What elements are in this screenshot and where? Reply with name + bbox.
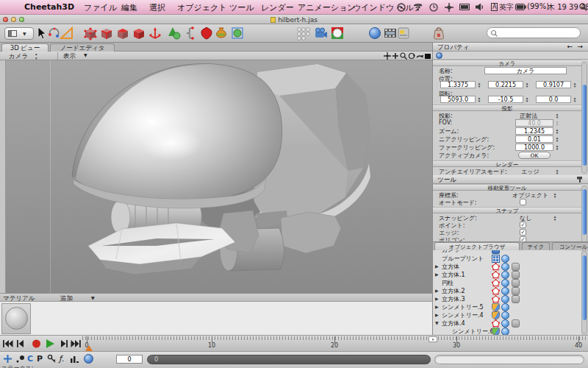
- object-row-symmetry5[interactable]: ▶ シンメトリー.5: [433, 303, 581, 311]
- menu-object[interactable]: オブジェクト: [177, 2, 227, 13]
- scrollbar-thumb[interactable]: [582, 85, 587, 166]
- polygon-mode-icon[interactable]: [115, 26, 130, 40]
- render-settings-icon[interactable]: [383, 26, 398, 40]
- go-start-button[interactable]: [2, 339, 13, 349]
- spline-tool-icon[interactable]: [183, 26, 198, 40]
- menu-animation[interactable]: アニメーション: [298, 2, 356, 13]
- menu-select[interactable]: 選択: [149, 2, 165, 13]
- scrollbar-thumb[interactable]: [582, 255, 587, 320]
- timeline-range-slider[interactable]: 0: [147, 355, 431, 364]
- subdivision-tool-icon[interactable]: [230, 26, 245, 40]
- stepper-icon[interactable]: ▴▾: [572, 96, 578, 102]
- rotation-z-field[interactable]: 0.0: [536, 96, 571, 103]
- camera-stepper-icon[interactable]: ▴▾: [35, 52, 37, 60]
- axis-tool-icon[interactable]: [148, 26, 162, 40]
- window-title-bar[interactable]: hilbert-h.jas: [0, 15, 588, 24]
- camera-object-icon[interactable]: [436, 52, 442, 59]
- spotlight-icon[interactable]: [579, 3, 587, 12]
- timeline-mini-dropdown[interactable]: ▾: [429, 336, 437, 342]
- mode-badge-icon[interactable]: [501, 319, 509, 328]
- position-key-icon[interactable]: P: [37, 354, 43, 364]
- forward-arrow-icon[interactable]: →: [577, 43, 583, 50]
- expand-arrow-icon[interactable]: ▶: [435, 296, 439, 301]
- stepper-icon[interactable]: ▴▾: [554, 169, 560, 174]
- stepper-icon[interactable]: ▴▾: [554, 113, 560, 118]
- timemachine-icon[interactable]: [397, 3, 406, 12]
- timeline-range-track[interactable]: [434, 355, 584, 364]
- near-clipping-field[interactable]: 0.01: [515, 135, 553, 143]
- prev-frame-button[interactable]: [16, 339, 24, 349]
- mode-badge-icon[interactable]: [501, 287, 509, 295]
- stepper-icon[interactable]: ▴▾: [552, 215, 558, 221]
- stepper-icon[interactable]: ▴▾: [554, 128, 560, 134]
- object-row-symmetry4[interactable]: ▶ シンメトリー.4: [433, 311, 581, 319]
- render-preview-icon[interactable]: [330, 26, 345, 40]
- move-key-icon[interactable]: [3, 354, 12, 364]
- boolean-tool-icon[interactable]: [199, 26, 214, 40]
- material-thumbnail[interactable]: [1, 303, 31, 334]
- rotation-y-field[interactable]: -10.5: [488, 96, 523, 103]
- position-y-field[interactable]: 0.2215: [488, 81, 523, 88]
- snap-edge-checkbox[interactable]: ✓: [520, 229, 526, 236]
- browser-scrollbar[interactable]: [581, 251, 587, 334]
- mode-badge-icon[interactable]: [501, 328, 509, 335]
- go-end-button[interactable]: [71, 339, 82, 349]
- object-row-camera-partial[interactable]: カメラ: [433, 250, 581, 254]
- material-tag-icon[interactable]: [512, 287, 520, 295]
- back-arrow-icon[interactable]: ←: [567, 43, 573, 50]
- timeline-ruler[interactable]: 0 10 20 30 40: [82, 335, 588, 351]
- roll-view-icon[interactable]: [416, 52, 423, 60]
- edge-mode-icon[interactable]: [99, 26, 114, 40]
- stepper-icon[interactable]: ▴▾: [476, 96, 482, 102]
- material-add-chevron-icon[interactable]: ▼: [91, 295, 95, 300]
- playhead-marker[interactable]: [85, 345, 93, 351]
- ruler-tool-icon[interactable]: [60, 26, 74, 40]
- mode-badge-icon[interactable]: [501, 263, 509, 271]
- expand-arrow-icon[interactable]: ▶: [435, 312, 439, 317]
- view-layout-button[interactable]: ▼: [4, 27, 34, 40]
- stepper-icon[interactable]: ▴▾: [524, 82, 530, 88]
- stepper-icon[interactable]: ▴▾: [572, 82, 578, 88]
- object-row-cube[interactable]: ▶ 立方体: [433, 263, 581, 271]
- camera-tool-icon[interactable]: [313, 26, 328, 40]
- menu-file[interactable]: ファイル: [84, 2, 117, 13]
- stepper-icon[interactable]: ▴▾: [552, 192, 558, 198]
- scrollbar-thumb[interactable]: [582, 189, 587, 235]
- material-tag-icon[interactable]: [512, 319, 520, 328]
- menu-edit[interactable]: 編集: [121, 2, 137, 13]
- display-chevron-icon[interactable]: ▼: [84, 52, 87, 57]
- active-camera-ok-button[interactable]: OK: [518, 152, 551, 159]
- expand-arrow-icon[interactable]: ▶: [435, 288, 439, 293]
- mode-badge-icon[interactable]: [501, 279, 509, 287]
- collapse-arrow-icon[interactable]: ▼: [435, 320, 439, 325]
- battery-icon[interactable]: [515, 4, 526, 10]
- key-icon[interactable]: [47, 354, 57, 364]
- mode-badge-icon[interactable]: [501, 271, 509, 279]
- menu-tools[interactable]: ツール: [229, 2, 254, 13]
- mode-badge-icon[interactable]: [501, 311, 509, 319]
- clock-icon[interactable]: [429, 3, 438, 12]
- play-button[interactable]: [46, 339, 55, 349]
- particles-tool-icon[interactable]: [295, 26, 310, 40]
- ime-badge-icon[interactable]: A: [491, 3, 498, 11]
- search-input[interactable]: [487, 27, 581, 38]
- object-row-blueprint[interactable]: ブループリント: [433, 255, 581, 263]
- radiosity-icon[interactable]: [396, 26, 411, 40]
- menu-window[interactable]: ウインドウ: [353, 2, 394, 13]
- expand-arrow-icon[interactable]: ▶: [435, 263, 439, 269]
- display-icon[interactable]: [459, 4, 470, 11]
- pan-view-icon[interactable]: [384, 52, 391, 60]
- properties-scrollbar[interactable]: [581, 62, 587, 174]
- object-row-cube3[interactable]: ▶ 立方体.3: [433, 295, 581, 303]
- expand-arrow-icon[interactable]: ▶: [435, 304, 439, 309]
- viewport-3d[interactable]: [0, 60, 432, 293]
- object-row-cube1[interactable]: ▶ 立方体.1: [433, 271, 581, 279]
- menu-render[interactable]: レンダー: [261, 2, 294, 13]
- automode-checkbox[interactable]: [520, 199, 526, 205]
- render-snail-icon[interactable]: [84, 354, 93, 364]
- frame-view-icon[interactable]: [424, 52, 431, 60]
- add-primitive-icon[interactable]: [167, 26, 182, 40]
- next-frame-button[interactable]: [60, 339, 68, 349]
- point-mode-icon[interactable]: [83, 26, 98, 40]
- lathe-tool-icon[interactable]: [214, 26, 229, 40]
